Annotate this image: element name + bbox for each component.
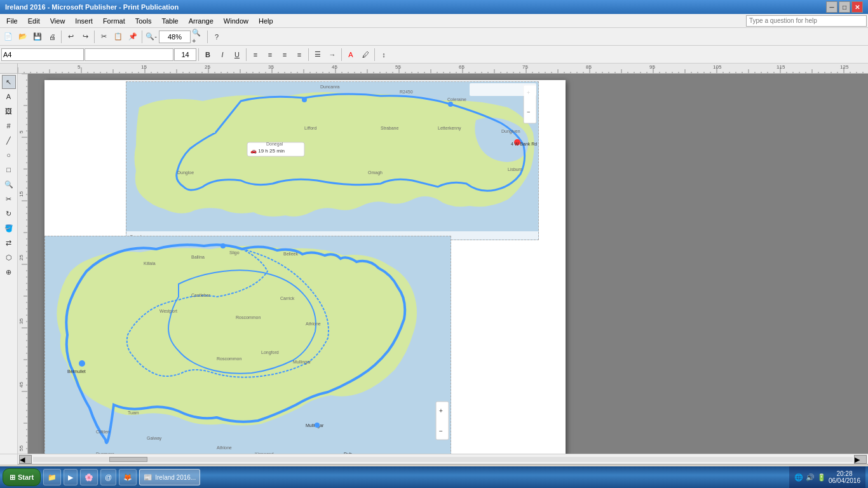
h-scroll-thumb[interactable]: [109, 457, 147, 462]
taskbar-aol[interactable]: @: [100, 469, 116, 485]
custom-shape-tool[interactable]: ⬡: [2, 250, 16, 264]
sep3: [142, 30, 142, 43]
start-button[interactable]: ⊞ Start: [3, 468, 41, 486]
svg-text:Longford: Longford: [261, 350, 279, 355]
map-upper[interactable]: 🚗 19 h 25 min + − R2450 Letterkenny Dung…: [126, 81, 539, 240]
window-controls: ─ □ ✕: [826, 1, 863, 13]
svg-text:Duncanra: Duncanra: [320, 85, 339, 89]
taskbar-explorer[interactable]: 📁: [43, 469, 61, 485]
copy-btn[interactable]: 📋: [111, 30, 125, 44]
connect-tool[interactable]: ⇄: [2, 236, 16, 250]
svg-text:Ballina: Ballina: [191, 255, 205, 259]
main-area: ↖ A 🖼 # ╱ ○ □ 🔍 ✂ ↻ 🪣 ⇄ ⬡ ⊕: [0, 74, 868, 454]
canvas-area[interactable]: 🚗 19 h 25 min + − R2450 Letterkenny Dung…: [28, 74, 868, 454]
explorer-icon: 📁: [48, 473, 57, 482]
paste-btn[interactable]: 📌: [126, 30, 140, 44]
taskbar-media[interactable]: ▶: [64, 469, 78, 485]
help-btn[interactable]: ?: [210, 30, 224, 44]
svg-text:Galway: Galway: [147, 436, 162, 441]
indent-btn[interactable]: →: [325, 48, 339, 62]
bold-btn[interactable]: B: [201, 48, 215, 62]
svg-text:Tuam: Tuam: [128, 410, 139, 415]
h-scroll-track[interactable]: ◀ ▶: [18, 454, 868, 464]
media-icon: ▶: [68, 473, 73, 482]
h-scroll-area[interactable]: [33, 457, 853, 462]
open-btn[interactable]: 📂: [16, 30, 30, 44]
map-upper-svg: 🚗 19 h 25 min + − R2450 Letterkenny Dung…: [126, 82, 539, 240]
windows-icon: ⊞: [10, 473, 15, 482]
zoom-input[interactable]: 48%: [159, 30, 191, 43]
menu-tools[interactable]: Tools: [130, 16, 157, 26]
rotate-tool[interactable]: ↻: [2, 207, 16, 220]
svg-text:−: −: [527, 109, 530, 115]
sep2: [94, 30, 95, 43]
hotspot-tool[interactable]: ⊕: [2, 265, 16, 279]
picture-tool[interactable]: 🖼: [2, 104, 16, 118]
size-input[interactable]: [174, 48, 196, 61]
aol-icon: @: [105, 473, 112, 481]
system-tray: 🌐 🔊 🔋 20:28 06/04/2016: [789, 466, 865, 488]
underline-btn[interactable]: U: [230, 48, 244, 62]
svg-text:R2450: R2450: [400, 90, 413, 94]
maximize-button[interactable]: □: [839, 1, 850, 13]
align-justify-btn[interactable]: ≡: [292, 48, 306, 62]
svg-text:Letterkenny: Letterkenny: [438, 126, 461, 131]
align-center-btn[interactable]: ≡: [263, 48, 277, 62]
taskbar-picasa[interactable]: 🌸: [80, 469, 98, 485]
line-spacing-btn[interactable]: ↕: [377, 48, 391, 62]
redo-btn[interactable]: ↪: [78, 30, 92, 44]
taskbar-publisher-active[interactable]: 📰 Ireland 2016...: [139, 469, 200, 485]
text-tool[interactable]: A: [2, 90, 16, 104]
menu-format[interactable]: Format: [98, 16, 130, 26]
picasa-icon: 🌸: [85, 473, 93, 482]
menu-edit[interactable]: Edit: [23, 16, 45, 26]
menu-file[interactable]: File: [1, 16, 23, 26]
font-selector[interactable]: [1, 48, 84, 61]
menu-help[interactable]: Help: [254, 16, 278, 26]
table-tool[interactable]: #: [2, 119, 16, 133]
svg-text:Westport: Westport: [159, 309, 177, 314]
crop-tool[interactable]: ✂: [2, 192, 16, 206]
font-color-btn[interactable]: A: [344, 48, 358, 62]
select-tool[interactable]: ↖: [2, 75, 16, 89]
h-scrollbar[interactable]: ◀ ▶: [0, 454, 868, 464]
h-scroll-right[interactable]: ▶: [854, 455, 867, 464]
highlight-btn[interactable]: 🖊: [358, 48, 372, 62]
ruler-v-container: 🚗 19 h 25 min + − R2450 Letterkenny Dung…: [18, 74, 868, 454]
cut-btn[interactable]: ✂: [97, 30, 111, 44]
align-right-btn[interactable]: ≡: [278, 48, 292, 62]
help-search-input[interactable]: [746, 15, 867, 27]
menu-table[interactable]: Table: [156, 16, 183, 26]
minimize-button[interactable]: ─: [826, 1, 837, 13]
print-btn[interactable]: 🖨: [45, 30, 59, 44]
menu-window[interactable]: Window: [219, 16, 254, 26]
clock: 20:28 06/04/2016: [829, 470, 860, 484]
svg-point-25: [79, 360, 85, 367]
list-btn[interactable]: ☰: [311, 48, 325, 62]
close-button[interactable]: ✕: [851, 1, 863, 13]
svg-text:Carrick: Carrick: [280, 296, 295, 301]
svg-text:Belmullet: Belmullet: [67, 369, 86, 374]
line-tool[interactable]: ╱: [2, 133, 16, 147]
undo-btn[interactable]: ↩: [64, 30, 78, 44]
style-selector[interactable]: [85, 48, 173, 61]
new-btn[interactable]: 📄: [1, 30, 15, 44]
menu-arrange[interactable]: Arrange: [184, 16, 219, 26]
fill-tool[interactable]: 🪣: [2, 221, 16, 235]
menu-view[interactable]: View: [45, 16, 71, 26]
zoom-tool[interactable]: 🔍: [2, 177, 16, 191]
sep1: [61, 30, 62, 43]
italic-btn[interactable]: I: [215, 48, 229, 62]
map-lower[interactable]: Belmullet Killala Ballina Sligo Belleek …: [44, 236, 451, 454]
svg-text:Killala: Killala: [144, 261, 156, 266]
taskbar-firefox[interactable]: 🦊: [119, 469, 137, 485]
oval-tool[interactable]: ○: [2, 148, 16, 162]
save-btn[interactable]: 💾: [31, 30, 44, 44]
zoom-in-btn[interactable]: 🔍+: [191, 30, 205, 44]
rect-tool[interactable]: □: [2, 163, 16, 177]
menu-insert[interactable]: Insert: [70, 16, 98, 26]
align-left-btn[interactable]: ≡: [248, 48, 262, 62]
left-toolbar: ↖ A 🖼 # ╱ ○ □ 🔍 ✂ ↻ 🪣 ⇄ ⬡ ⊕: [0, 74, 18, 454]
zoom-out-btn[interactable]: 🔍-: [144, 30, 158, 44]
h-scroll-left[interactable]: ◀: [19, 455, 32, 464]
